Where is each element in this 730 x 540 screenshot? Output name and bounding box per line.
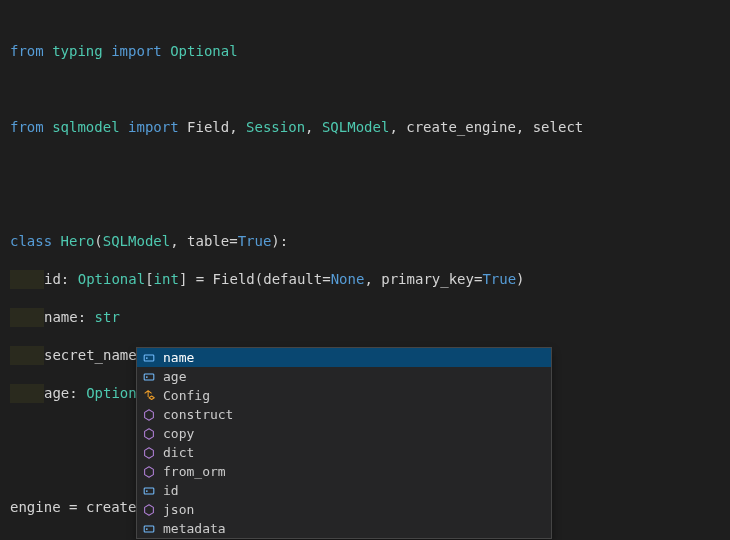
imported-name: SQLModel [322, 119, 389, 135]
autocomplete-item[interactable]: Config [137, 386, 551, 405]
svg-point-1 [146, 357, 148, 359]
svg-rect-4 [144, 487, 154, 493]
autocomplete-item[interactable]: construct [137, 405, 551, 424]
method-icon [141, 407, 157, 423]
imported-name: select [533, 119, 584, 135]
kwarg-name: table [187, 233, 229, 249]
method-icon [141, 426, 157, 442]
autocomplete-item-label: name [163, 348, 547, 367]
module-name: sqlmodel [52, 119, 119, 135]
method-icon [141, 445, 157, 461]
autocomplete-item-label: Config [163, 386, 547, 405]
field-name: id [44, 271, 61, 287]
code-line[interactable] [10, 80, 730, 99]
svg-rect-0 [144, 354, 154, 360]
keyword-import: import [111, 43, 162, 59]
module-name: typing [52, 43, 103, 59]
code-line[interactable]: class Hero(SQLModel, table=True): [10, 232, 730, 251]
autocomplete-item-label: id [163, 481, 547, 500]
method-icon [141, 464, 157, 480]
indent-guide [10, 308, 44, 327]
autocomplete-item[interactable]: name [137, 348, 551, 367]
field-icon [141, 521, 157, 537]
svg-point-3 [146, 376, 148, 378]
imported-name: create_engine [406, 119, 516, 135]
field-call: Field [213, 271, 255, 287]
indent-guide [10, 270, 44, 289]
autocomplete-item-label: construct [163, 405, 547, 424]
class-name: Hero [61, 233, 95, 249]
code-line[interactable]: from typing import Optional [10, 42, 730, 61]
field-icon [141, 350, 157, 366]
code-line[interactable]: from sqlmodel import Field, Session, SQL… [10, 118, 730, 137]
autocomplete-item[interactable]: id [137, 481, 551, 500]
field-name: age [44, 385, 69, 401]
type-str: str [95, 309, 120, 325]
keyword-class: class [10, 233, 52, 249]
code-editor[interactable]: from typing import Optional from sqlmode… [0, 0, 730, 540]
svg-point-5 [146, 490, 148, 492]
kwarg-name: primary_key [381, 271, 474, 287]
field-name: name [44, 309, 78, 325]
svg-rect-2 [144, 373, 154, 379]
field-name: secret_name [44, 347, 137, 363]
kwarg-name: default [263, 271, 322, 287]
type-int: int [154, 271, 179, 287]
constant-true: True [238, 233, 272, 249]
autocomplete-item-label: copy [163, 424, 547, 443]
autocomplete-popup[interactable]: nameageConfigconstructcopydictfrom_ormid… [136, 347, 552, 539]
field-icon [141, 483, 157, 499]
code-line[interactable]: name: str [10, 308, 730, 327]
autocomplete-item[interactable]: copy [137, 424, 551, 443]
keyword-import: import [128, 119, 179, 135]
autocomplete-item-label: metadata [163, 519, 547, 538]
field-icon [141, 369, 157, 385]
keyword-from: from [10, 43, 44, 59]
indent-guide [10, 384, 44, 403]
constant-true: True [482, 271, 516, 287]
imported-name: Session [246, 119, 305, 135]
autocomplete-item[interactable]: json [137, 500, 551, 519]
var-name: engine [10, 499, 61, 515]
class-icon [141, 388, 157, 404]
svg-rect-6 [144, 525, 154, 531]
constant-none: None [331, 271, 365, 287]
autocomplete-item[interactable]: dict [137, 443, 551, 462]
svg-point-7 [146, 528, 148, 530]
code-line[interactable] [10, 156, 730, 175]
indent-guide [10, 346, 44, 365]
imported-name: Field [187, 119, 229, 135]
autocomplete-item-label: dict [163, 443, 547, 462]
autocomplete-item-label: age [163, 367, 547, 386]
base-class: SQLModel [103, 233, 170, 249]
autocomplete-item-label: json [163, 500, 547, 519]
code-line[interactable]: id: Optional[int] = Field(default=None, … [10, 270, 730, 289]
keyword-from: from [10, 119, 44, 135]
type-optional: Optional [78, 271, 145, 287]
autocomplete-item[interactable]: metadata [137, 519, 551, 538]
autocomplete-item-label: from_orm [163, 462, 547, 481]
code-line[interactable] [10, 194, 730, 213]
method-icon [141, 502, 157, 518]
autocomplete-item[interactable]: from_orm [137, 462, 551, 481]
autocomplete-item[interactable]: age [137, 367, 551, 386]
imported-name: Optional [170, 43, 237, 59]
